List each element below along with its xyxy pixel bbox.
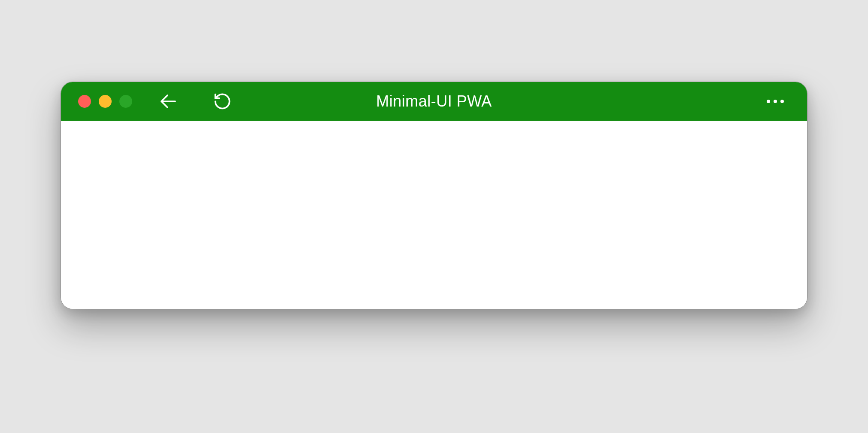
traffic-lights	[78, 95, 132, 108]
minimize-button[interactable]	[99, 95, 112, 108]
titlebar: Minimal-UI PWA	[61, 82, 807, 121]
more-menu-icon	[774, 100, 777, 103]
more-menu-icon	[780, 100, 784, 103]
back-button[interactable]	[158, 91, 179, 112]
more-menu-button[interactable]	[765, 100, 790, 103]
content-area	[61, 121, 807, 309]
close-button[interactable]	[78, 95, 91, 108]
window-title: Minimal-UI PWA	[376, 92, 492, 110]
nav-controls	[158, 91, 232, 112]
maximize-button[interactable]	[119, 95, 132, 108]
back-arrow-icon	[158, 91, 179, 112]
reload-button[interactable]	[213, 92, 232, 111]
reload-icon	[213, 92, 232, 111]
app-window: Minimal-UI PWA	[61, 82, 807, 309]
more-menu-icon	[767, 100, 770, 103]
